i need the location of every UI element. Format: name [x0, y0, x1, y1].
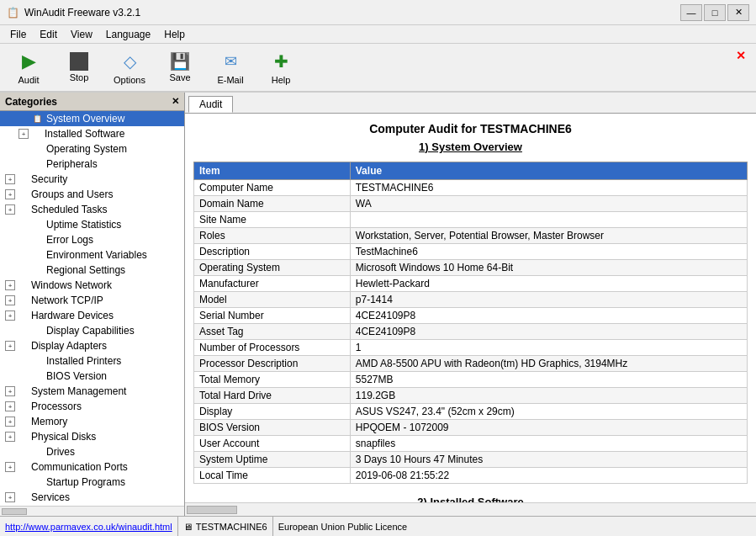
table-row: DisplayASUS VS247, 23.4" (52cm x 29cm) [194, 404, 748, 420]
table-row: System Uptime3 Days 10 Hours 47 Minutes [194, 452, 748, 468]
cell-item: Roles [194, 228, 351, 244]
sidebar-item-memory[interactable]: + Memory [0, 414, 184, 429]
audit-button[interactable]: ▶ Audit [7, 46, 50, 88]
sidebar-item-bios-version[interactable]: BIOS Version [0, 369, 184, 384]
expander-bios [19, 370, 30, 382]
menu-file[interactable]: File [3, 27, 33, 42]
sidebar-item-startup-programs[interactable]: Startup Programs [0, 475, 184, 490]
cell-item: Local Time [194, 468, 351, 484]
icon-uptime [30, 218, 44, 231]
sidebar-item-system-management[interactable]: + System Management [0, 384, 184, 399]
options-icon: ◇ [118, 50, 141, 73]
tree-hscroll[interactable] [0, 506, 184, 516]
sidebar-item-installed-printers[interactable]: Installed Printers [0, 353, 184, 369]
content-hscroll[interactable] [185, 502, 756, 516]
icon-scheduled-tasks [15, 203, 29, 216]
cell-value: WA [350, 196, 747, 212]
tab-audit[interactable]: Audit [188, 96, 233, 113]
categories-title: Categories [5, 96, 57, 108]
sidebar-item-services[interactable]: + Services [0, 490, 184, 505]
status-link-text[interactable]: http://www.parmavex.co.uk/winaudit.html [5, 522, 172, 532]
icon-display-cap [30, 324, 44, 337]
table-row: RolesWorkstation, Server, Potential Brow… [194, 228, 748, 244]
email-button[interactable]: ✉ E-Mail [209, 46, 252, 88]
save-button[interactable]: 💾 Save [158, 46, 202, 88]
app-title: WinAudit Freeware v3.2.1 [24, 7, 140, 19]
stop-label: Stop [70, 72, 89, 82]
content-area[interactable]: Computer Audit for TESTMACHINE6 1) Syste… [185, 114, 756, 502]
sidebar-item-installed-software[interactable]: + Installed Software [0, 126, 184, 141]
table-row: Modelp7-1414 [194, 292, 748, 308]
maximize-button[interactable]: □ [704, 4, 726, 21]
minimize-button[interactable]: — [680, 4, 702, 21]
sidebar-item-processors[interactable]: + Processors [0, 399, 184, 414]
status-license-text: European Union Public Licence [278, 522, 408, 532]
label-network-tcpip: Network TCP/IP [31, 295, 103, 306]
icon-processors [15, 400, 29, 413]
expander-drives [19, 446, 30, 458]
menu-help[interactable]: Help [157, 27, 192, 42]
sidebar-item-system-overview[interactable]: 📋 System Overview [0, 111, 184, 126]
sidebar-item-groups-users[interactable]: + Groups and Users [0, 187, 184, 202]
table-row: Serial Number4CE24109P8 [194, 308, 748, 324]
cell-value: 3 Days 10 Hours 47 Minutes [350, 452, 747, 468]
menu-view[interactable]: View [64, 27, 99, 42]
label-startup-programs: Startup Programs [46, 476, 125, 488]
expander-startup [19, 476, 30, 488]
cell-item: Total Memory [194, 372, 351, 388]
sidebar-item-regional-settings[interactable]: Regional Settings [0, 263, 184, 278]
label-physical-disks: Physical Disks [31, 431, 96, 443]
sidebar-item-communication-ports[interactable]: + Communication Ports [0, 459, 184, 475]
icon-startup [30, 475, 44, 489]
sidebar-item-operating-system[interactable]: Operating System [0, 141, 184, 157]
label-env-vars: Environment Variables [46, 249, 147, 261]
sidebar-item-hardware-devices[interactable]: + Hardware Devices [0, 308, 184, 323]
menu-edit[interactable]: Edit [33, 27, 64, 42]
email-icon: ✉ [219, 50, 242, 73]
sidebar-item-display-capabilities[interactable]: Display Capabilities [0, 323, 184, 338]
toolbar-close-icon[interactable]: ✕ [732, 47, 749, 64]
cell-value: HPQOEM - 1072009 [350, 420, 747, 436]
sidebar-item-uptime-statistics[interactable]: Uptime Statistics [0, 217, 184, 232]
sidebar-item-scheduled-tasks[interactable]: + Scheduled Tasks [0, 202, 184, 217]
icon-printers [30, 354, 44, 368]
expander-win-network: + [5, 280, 15, 290]
close-button[interactable]: ✕ [727, 4, 749, 21]
sidebar-item-display-adapters[interactable]: + Display Adapters [0, 338, 184, 353]
icon-network-tcpip [15, 294, 29, 307]
options-label: Options [114, 75, 145, 85]
cell-value: 4CE24109P8 [350, 324, 747, 340]
help-button[interactable]: ✚ Help [259, 46, 303, 88]
status-link[interactable]: http://www.parmavex.co.uk/winaudit.html [0, 517, 178, 536]
sidebar-item-drives[interactable]: Drives [0, 444, 184, 459]
options-button[interactable]: ◇ Options [108, 46, 151, 88]
label-operating-system: Operating System [46, 143, 127, 155]
app-icon: 📋 [7, 7, 19, 19]
menu-language[interactable]: Language [99, 27, 157, 42]
label-regional: Regional Settings [46, 264, 125, 276]
label-memory: Memory [31, 416, 67, 427]
sidebar-item-network-tcpip[interactable]: + Network TCP/IP [0, 293, 184, 308]
label-system-management: System Management [31, 385, 126, 397]
cell-item: Total Hard Drive [194, 388, 351, 404]
sidebar-item-error-logs[interactable]: Error Logs [0, 232, 184, 247]
sidebar-item-security[interactable]: + Security [0, 172, 184, 187]
table-row: ManufacturerHewlett-Packard [194, 276, 748, 292]
stop-button[interactable]: Stop [57, 46, 101, 88]
sidebar-item-physical-disks[interactable]: + Physical Disks [0, 429, 184, 444]
save-label: Save [169, 72, 190, 82]
label-processors: Processors [31, 401, 82, 412]
cell-value: AMD A8-5500 APU with Radeon(tm) HD Graph… [350, 356, 747, 372]
cell-value: Hewlett-Packard [350, 276, 747, 292]
tree-container[interactable]: 📋 System Overview + Installed Software O… [0, 111, 184, 506]
sidebar-item-peripherals[interactable]: Peripherals [0, 157, 184, 172]
col-value: Value [350, 162, 747, 180]
label-drives: Drives [46, 446, 75, 458]
table-row: Processor DescriptionAMD A8-5500 APU wit… [194, 356, 748, 372]
sidebar-item-windows-network[interactable]: + Windows Network [0, 278, 184, 293]
cell-item: Domain Name [194, 196, 351, 212]
label-peripherals: Peripherals [46, 158, 98, 170]
categories-close-icon[interactable]: ✕ [172, 96, 179, 107]
cell-value [350, 212, 747, 228]
sidebar-item-environment-variables[interactable]: Environment Variables [0, 247, 184, 263]
